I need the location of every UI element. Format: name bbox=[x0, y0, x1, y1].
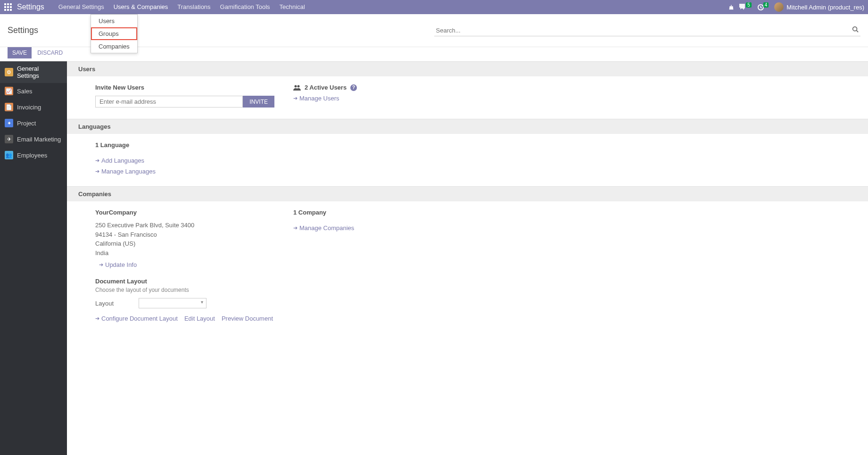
invite-email-input[interactable] bbox=[95, 96, 243, 108]
menu-translations[interactable]: Translations bbox=[173, 0, 215, 14]
top-menu: General Settings Users & Companies Trans… bbox=[54, 0, 310, 14]
manage-companies-link[interactable]: ➔ Manage Companies bbox=[293, 224, 354, 232]
users-icon bbox=[293, 84, 301, 91]
company-address-line3: California (US) bbox=[95, 239, 274, 248]
dropdown-users[interactable]: Users bbox=[91, 15, 137, 27]
sidebar-item-label: Email Marketing bbox=[17, 136, 61, 143]
preview-document-link[interactable]: Preview Document bbox=[222, 315, 273, 322]
layout-field-label: Layout bbox=[95, 300, 133, 307]
sidebar-item-general-settings[interactable]: ⚙ General Settings bbox=[0, 61, 67, 83]
update-info-link[interactable]: ➔ Update Info bbox=[99, 261, 137, 268]
menu-technical[interactable]: Technical bbox=[275, 0, 310, 14]
user-name: Mitchell Admin (product_res) bbox=[786, 4, 864, 11]
company-address-line1: 250 Executive Park Blvd, Suite 3400 bbox=[95, 221, 274, 230]
arrow-right-icon: ➔ bbox=[99, 262, 103, 268]
section-header-companies: Companies bbox=[67, 186, 868, 201]
settings-sidebar: ⚙ General Settings 📈 Sales 📄 Invoicing ✦… bbox=[0, 61, 67, 455]
people-icon: 👥 bbox=[5, 151, 13, 159]
sidebar-item-label: General Settings bbox=[17, 65, 62, 79]
company-address-line4: India bbox=[95, 248, 274, 258]
sidebar-item-employees[interactable]: 👥 Employees bbox=[0, 147, 67, 163]
arrow-right-icon: ➔ bbox=[95, 157, 99, 164]
sidebar-item-label: Project bbox=[17, 120, 36, 127]
sidebar-item-label: Employees bbox=[17, 152, 47, 159]
search-icon[interactable] bbox=[852, 26, 859, 33]
document-icon: 📄 bbox=[5, 103, 13, 111]
layout-select[interactable] bbox=[139, 298, 207, 308]
svg-point-3 bbox=[298, 85, 300, 87]
company-name: YourCompany bbox=[95, 209, 274, 216]
puzzle-icon: ✦ bbox=[5, 119, 13, 127]
search-input[interactable] bbox=[434, 25, 861, 36]
discard-button[interactable]: DISCARD bbox=[35, 47, 65, 58]
dropdown-companies[interactable]: Companies bbox=[91, 40, 137, 53]
save-button[interactable]: SAVE bbox=[8, 47, 32, 58]
send-icon: ✈ bbox=[5, 135, 13, 143]
chart-icon: 📈 bbox=[5, 87, 13, 95]
settings-content: Users Invite New Users INVITE 2 Active U… bbox=[67, 61, 868, 455]
breadcrumb: Settings bbox=[8, 25, 38, 35]
activities-icon[interactable]: 4 bbox=[757, 4, 770, 11]
configure-document-layout-link[interactable]: ➔ Configure Document Layout bbox=[95, 315, 178, 322]
apps-icon[interactable] bbox=[4, 3, 12, 11]
app-brand[interactable]: Settings bbox=[17, 3, 44, 11]
sidebar-item-sales[interactable]: 📈 Sales bbox=[0, 83, 67, 99]
svg-point-2 bbox=[295, 85, 297, 87]
messages-badge: 5 bbox=[746, 2, 752, 8]
arrow-right-icon: ➔ bbox=[95, 168, 99, 174]
activities-badge: 4 bbox=[763, 2, 769, 8]
arrow-right-icon: ➔ bbox=[95, 315, 99, 322]
menu-gamification-tools[interactable]: Gamification Tools bbox=[215, 0, 275, 14]
active-users-count: 2 Active Users bbox=[305, 84, 347, 91]
document-layout-sub: Choose the layout of your documents bbox=[95, 287, 857, 293]
sidebar-item-project[interactable]: ✦ Project bbox=[0, 115, 67, 131]
section-header-users: Users bbox=[67, 61, 868, 76]
menu-general-settings[interactable]: General Settings bbox=[54, 0, 109, 14]
section-header-languages: Languages bbox=[67, 119, 868, 134]
manage-languages-link[interactable]: ➔ Manage Languages bbox=[95, 168, 156, 175]
messages-icon[interactable]: 5 bbox=[739, 4, 752, 10]
edit-layout-link[interactable]: Edit Layout bbox=[184, 315, 215, 322]
sidebar-item-email-marketing[interactable]: ✈ Email Marketing bbox=[0, 131, 67, 147]
arrow-right-icon: ➔ bbox=[293, 225, 298, 231]
manage-users-link[interactable]: ➔ Manage Users bbox=[293, 95, 339, 102]
document-layout-label: Document Layout bbox=[95, 278, 857, 285]
sidebar-item-invoicing[interactable]: 📄 Invoicing bbox=[0, 99, 67, 115]
users-companies-dropdown: Users Groups Companies bbox=[91, 14, 138, 53]
dropdown-groups[interactable]: Groups bbox=[91, 27, 137, 40]
language-count: 1 Language bbox=[95, 141, 274, 149]
invite-new-users-label: Invite New Users bbox=[95, 84, 274, 91]
menu-users-companies[interactable]: Users & Companies bbox=[109, 0, 173, 14]
sidebar-item-label: Invoicing bbox=[17, 104, 41, 111]
gear-icon: ⚙ bbox=[5, 68, 13, 76]
top-navbar: Settings General Settings Users & Compan… bbox=[0, 0, 868, 14]
company-count: 1 Company bbox=[293, 209, 472, 216]
sidebar-item-label: Sales bbox=[17, 88, 33, 95]
add-languages-link[interactable]: ➔ Add Languages bbox=[95, 157, 144, 164]
invite-button[interactable]: INVITE bbox=[243, 96, 274, 108]
arrow-right-icon: ➔ bbox=[293, 95, 298, 101]
company-address-line2: 94134 - San Francisco bbox=[95, 230, 274, 240]
svg-point-1 bbox=[853, 26, 857, 31]
avatar bbox=[774, 2, 784, 12]
debug-icon[interactable] bbox=[728, 4, 735, 10]
user-menu[interactable]: Mitchell Admin (product_res) bbox=[774, 2, 864, 12]
help-icon[interactable]: ? bbox=[350, 84, 357, 91]
